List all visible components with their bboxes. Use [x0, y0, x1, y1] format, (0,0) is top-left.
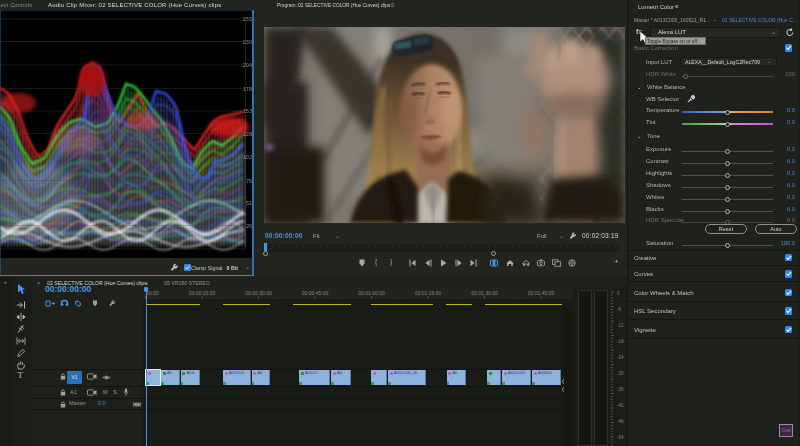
svg-text:102: 102 — [243, 154, 252, 160]
svg-text:178: 178 — [243, 86, 252, 92]
svg-text:255: 255 — [243, 16, 252, 22]
svg-text:153: 153 — [243, 108, 252, 114]
svg-text:204: 204 — [243, 62, 252, 68]
svg-text:128: 128 — [243, 131, 252, 137]
svg-text:230: 230 — [243, 39, 252, 45]
